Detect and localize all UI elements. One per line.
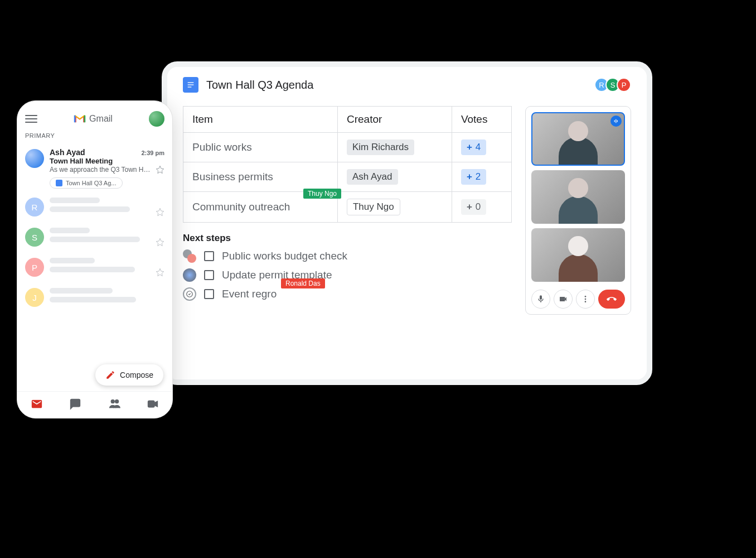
- item-cell[interactable]: Business permits: [183, 162, 338, 192]
- next-steps-heading: Next steps: [183, 233, 512, 244]
- svg-point-11: [115, 400, 119, 403]
- svg-point-10: [111, 400, 114, 403]
- creator-chip[interactable]: Thuy Ngo: [347, 199, 400, 215]
- svg-rect-6: [617, 120, 618, 122]
- star-icon[interactable]: [156, 238, 164, 247]
- email-sender: Ash Ayad: [50, 148, 85, 157]
- assignee-avatars[interactable]: [183, 249, 196, 263]
- primary-tab-label[interactable]: PRIMARY: [25, 132, 164, 139]
- email-subject: Town Hall Meeting: [50, 157, 164, 165]
- attachment-name: Town Hall Q3 Ag...: [66, 180, 117, 186]
- col-votes: Votes: [452, 107, 511, 133]
- sender-avatar[interactable]: J: [25, 288, 44, 307]
- item-cell[interactable]: Public works: [183, 133, 338, 162]
- svg-rect-0: [188, 82, 194, 83]
- cursor-tag-ronald: Ronald Das: [281, 278, 325, 288]
- svg-rect-5: [616, 119, 616, 123]
- star-icon[interactable]: [156, 208, 164, 217]
- email-row-skeleton[interactable]: S: [25, 222, 164, 252]
- hamburger-icon[interactable]: [25, 115, 37, 123]
- svg-point-9: [585, 301, 587, 302]
- email-row-skeleton[interactable]: P: [25, 252, 164, 282]
- doc-title[interactable]: Town Hall Q3 Agenda: [206, 79, 590, 92]
- bottom-nav: [17, 391, 172, 418]
- plus-icon: +: [467, 171, 472, 182]
- svg-point-7: [585, 296, 587, 297]
- more-button[interactable]: [576, 290, 595, 309]
- table-row[interactable]: Business permits Ash Ayad +2: [183, 162, 512, 192]
- step-checkbox[interactable]: [204, 270, 214, 280]
- laptop-frame: Town Hall Q3 Agenda R S P Item Creator V…: [162, 61, 652, 385]
- plus-icon: +: [467, 142, 472, 153]
- step-text[interactable]: Event regro: [222, 288, 277, 300]
- step-checkbox[interactable]: [204, 289, 214, 299]
- nav-meet-icon[interactable]: [147, 398, 159, 412]
- assignee-avatar[interactable]: [183, 268, 196, 282]
- email-row[interactable]: Ash Ayad 2:39 pm Town Hall Meeting As we…: [25, 145, 164, 192]
- docs-mini-icon: [56, 180, 62, 186]
- nav-chat-icon[interactable]: [69, 398, 81, 412]
- gmail-header: Gmail: [25, 111, 164, 127]
- creator-chip[interactable]: Kim Richards: [347, 140, 414, 155]
- docs-icon: [183, 77, 198, 93]
- hangup-button[interactable]: [598, 290, 625, 309]
- col-creator: Creator: [337, 107, 452, 133]
- assign-icon[interactable]: [183, 287, 196, 301]
- email-row-skeleton[interactable]: J: [25, 282, 164, 312]
- attachment-chip[interactable]: Town Hall Q3 Ag...: [50, 177, 123, 189]
- phone-frame: Gmail PRIMARY Ash Ayad 2:39 pm Town Hall…: [17, 100, 173, 419]
- svg-point-8: [585, 299, 587, 300]
- nav-mail-icon[interactable]: [31, 398, 43, 412]
- gmail-logo: Gmail: [74, 114, 113, 124]
- step-row[interactable]: Update permit template: [183, 268, 512, 282]
- table-row[interactable]: Public works Kim Richards +4: [183, 133, 512, 162]
- mic-button[interactable]: [531, 290, 550, 309]
- collaborator-avatars: R S P: [598, 78, 631, 92]
- col-item: Item: [183, 107, 338, 133]
- step-row[interactable]: Event regro Ronald Das: [183, 287, 512, 301]
- svg-rect-1: [188, 84, 194, 85]
- svg-rect-4: [614, 120, 615, 122]
- email-time: 2:39 pm: [141, 150, 164, 156]
- step-text[interactable]: Public works budget check: [222, 250, 347, 262]
- compose-button[interactable]: Compose: [95, 364, 163, 386]
- sender-avatar[interactable]: S: [25, 228, 44, 247]
- speaking-indicator-icon: [610, 116, 622, 127]
- video-tile-2[interactable]: [531, 170, 625, 224]
- nav-spaces-icon[interactable]: [108, 398, 120, 412]
- compose-label: Compose: [120, 371, 153, 379]
- collaborator-avatar-p[interactable]: P: [617, 78, 631, 92]
- meet-panel: [525, 106, 631, 315]
- gmail-brand-text: Gmail: [89, 114, 113, 124]
- email-row-skeleton[interactable]: R: [25, 192, 164, 222]
- email-preview: As we approach the Q3 Town Ha...: [50, 166, 151, 174]
- star-icon[interactable]: [156, 268, 164, 277]
- sender-avatar[interactable]: [25, 149, 44, 168]
- video-tile-1[interactable]: [531, 112, 625, 166]
- profile-avatar[interactable]: [149, 111, 164, 127]
- docs-window: Town Hall Q3 Agenda R S P Item Creator V…: [167, 67, 647, 379]
- gmail-m-icon: [74, 114, 86, 123]
- svg-rect-12: [148, 401, 154, 407]
- creator-chip[interactable]: Ash Ayad: [347, 169, 398, 185]
- vote-chip[interactable]: +4: [461, 140, 486, 155]
- star-icon[interactable]: [156, 165, 164, 174]
- sender-avatar[interactable]: R: [25, 198, 44, 217]
- table-row[interactable]: Community outreach Thuy Ngo +0: [183, 192, 512, 223]
- step-row[interactable]: Public works budget check: [183, 249, 512, 263]
- vote-chip[interactable]: +2: [461, 169, 486, 185]
- vote-chip[interactable]: +0: [461, 199, 486, 215]
- video-tile-3[interactable]: [531, 228, 625, 282]
- agenda-table[interactable]: Item Creator Votes Public works Kim Rich…: [183, 106, 512, 223]
- svg-rect-2: [188, 86, 192, 87]
- meet-controls: [531, 290, 625, 309]
- sender-avatar[interactable]: P: [25, 258, 44, 277]
- plus-icon: +: [467, 201, 472, 213]
- cursor-tag-thuy: Thuy Ngo: [303, 189, 341, 199]
- step-checkbox[interactable]: [204, 251, 214, 261]
- doc-header: Town Hall Q3 Agenda R S P: [167, 67, 647, 99]
- camera-button[interactable]: [554, 290, 573, 309]
